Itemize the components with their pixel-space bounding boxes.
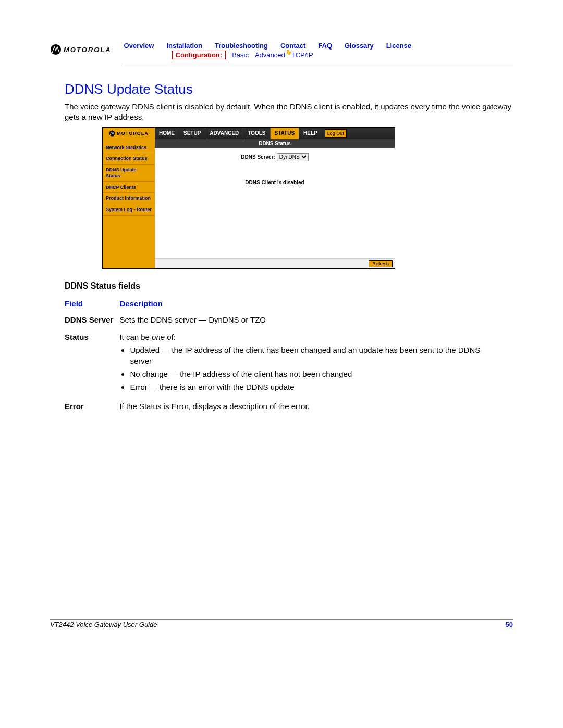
refresh-button[interactable]: Refresh	[369, 260, 393, 267]
ddns-disabled-message: DDNS Client is disabled	[155, 180, 395, 186]
shot-tab-status[interactable]: STATUS	[271, 128, 300, 139]
nav-license[interactable]: License	[386, 42, 411, 50]
field-name: Error	[65, 398, 119, 415]
field-desc: Sets the DDNS server — DynDNS or TZO	[119, 311, 497, 328]
section-body: The voice gateway DDNS client is disable…	[65, 102, 513, 123]
shot-tab-setup[interactable]: SETUP	[179, 128, 205, 139]
shot-tab-help[interactable]: HELP	[299, 128, 322, 139]
logout-button[interactable]: Log Out	[325, 129, 347, 138]
nav-overview[interactable]: Overview	[124, 42, 154, 50]
page-header: MOTOROLA Overview Installation Troublesh…	[50, 42, 513, 68]
col-field: Field	[65, 296, 119, 311]
fields-table: Field Description DDNS Server Sets the D…	[65, 296, 497, 415]
sidebar-connection-status[interactable]: Connection Status	[103, 153, 155, 165]
col-description: Description	[119, 296, 497, 311]
shot-tab-tools[interactable]: TOOLS	[243, 128, 270, 139]
shot-logo: MOTOROLA	[103, 128, 155, 139]
field-name: Status	[65, 328, 119, 398]
ddns-server-label: DDNS Server:	[241, 154, 275, 160]
ddns-server-select[interactable]: DynDNS	[277, 153, 309, 161]
section-title: DDNS Update Status	[65, 81, 513, 97]
sidebar-ddns-update[interactable]: DDNS Update Status	[103, 165, 155, 182]
configuration-label: Configuration:	[172, 51, 226, 59]
table-row: DDNS Server Sets the DDNS server — DynDN…	[65, 311, 497, 328]
embedded-screenshot: MOTOROLA HOME SETUP ADVANCED TOOLS STATU…	[102, 127, 395, 269]
list-item: Updated — the IP address of the client h…	[130, 344, 491, 366]
subnav-basic[interactable]: Basic	[232, 51, 249, 59]
sub-nav: Configuration: Basic Advanced ✋ TCP/IP	[172, 51, 513, 59]
subnav-tcpip[interactable]: TCP/IP	[291, 51, 313, 59]
brand-logo: MOTOROLA	[50, 44, 112, 55]
sidebar-network-stats[interactable]: Network Statistics	[103, 142, 155, 154]
sidebar-syslog-router[interactable]: System Log - Router	[103, 204, 155, 216]
sidebar-product-info[interactable]: Product Information	[103, 193, 155, 204]
shot-tab-home[interactable]: HOME	[155, 128, 179, 139]
field-desc: It can be one of: Updated — the IP addre…	[119, 328, 497, 398]
table-row: Error If the Status is Error, displays a…	[65, 398, 497, 415]
nav-faq[interactable]: FAQ	[318, 42, 332, 50]
top-nav: Overview Installation Troubleshooting Co…	[124, 42, 513, 50]
footer-guide: VT2442 Voice Gateway User Guide	[50, 621, 157, 628]
subnav-advanced[interactable]: Advanced	[255, 51, 285, 59]
brand-text: MOTOROLA	[64, 46, 112, 54]
fields-heading: DDNS Status fields	[65, 281, 513, 291]
shot-tab-advanced[interactable]: ADVANCED	[205, 128, 243, 139]
list-item: Error — there is an error with the DDNS …	[130, 381, 491, 392]
header-rule	[124, 64, 513, 64]
table-row: Status It can be one of: Updated — the I…	[65, 328, 497, 398]
page-footer: VT2442 Voice Gateway User Guide 50	[50, 619, 513, 628]
sidebar-dhcp-clients[interactable]: DHCP Clients	[103, 182, 155, 193]
field-desc: If the Status is Error, displays a descr…	[119, 398, 497, 415]
motorola-icon	[109, 130, 115, 137]
nav-troubleshooting[interactable]: Troubleshooting	[215, 42, 268, 50]
shot-brand: MOTOROLA	[117, 131, 148, 136]
nav-glossary[interactable]: Glossary	[345, 42, 374, 50]
nav-installation[interactable]: Installation	[166, 42, 202, 50]
nav-contact[interactable]: Contact	[280, 42, 305, 50]
footer-page-number: 50	[506, 621, 513, 628]
motorola-icon	[50, 44, 62, 55]
field-name: DDNS Server	[65, 311, 119, 328]
list-item: No change — the IP address of the client…	[130, 368, 491, 379]
shot-sidebar: Network Statistics Connection Status DDN…	[103, 139, 155, 268]
panel-title: DDNS Status	[155, 139, 395, 148]
